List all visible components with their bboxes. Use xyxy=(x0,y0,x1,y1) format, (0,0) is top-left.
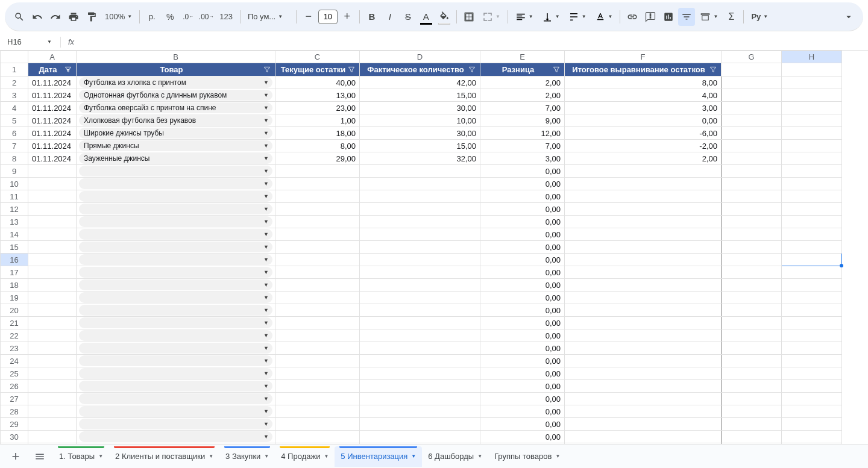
header-diff[interactable]: Разница xyxy=(480,63,565,76)
cell[interactable] xyxy=(722,329,782,342)
cell-product[interactable]: Зауженные джинсы▼ xyxy=(77,152,275,165)
cell[interactable] xyxy=(275,367,360,380)
cell[interactable] xyxy=(28,393,77,405)
cell-diff[interactable]: 0,00 xyxy=(480,329,565,342)
cell-product[interactable]: ▼ xyxy=(77,254,275,266)
cell[interactable] xyxy=(722,203,782,216)
product-dropdown[interactable]: Хлопковая футболка без рукавов▼ xyxy=(79,115,272,126)
cell-diff[interactable]: 0,00 xyxy=(480,279,565,292)
cell-final[interactable]: 0,00 xyxy=(565,114,722,127)
cell-diff[interactable]: 0,00 xyxy=(480,292,565,304)
cell[interactable] xyxy=(782,165,842,178)
cell[interactable] xyxy=(722,292,782,304)
cell[interactable] xyxy=(360,292,480,304)
cell[interactable] xyxy=(565,367,722,380)
product-dropdown[interactable]: Зауженные джинсы▼ xyxy=(79,153,272,164)
cell-diff[interactable]: 0,00 xyxy=(480,380,565,393)
cell[interactable] xyxy=(782,114,842,127)
cell[interactable] xyxy=(28,317,77,329)
cell-diff[interactable]: 0,00 xyxy=(480,355,565,367)
cell-diff[interactable]: 0,00 xyxy=(480,216,565,228)
cell[interactable] xyxy=(565,292,722,304)
cell[interactable] xyxy=(360,178,480,190)
cell[interactable] xyxy=(275,216,360,228)
cell[interactable] xyxy=(360,329,480,342)
cell-diff[interactable]: 7,00 xyxy=(480,102,565,114)
cell[interactable] xyxy=(28,329,77,342)
cell-current[interactable]: 8,00 xyxy=(275,140,360,152)
cell[interactable] xyxy=(275,342,360,355)
cell[interactable] xyxy=(722,431,782,443)
product-dropdown[interactable]: ▼ xyxy=(79,305,272,316)
row-header[interactable]: 16 xyxy=(1,254,28,266)
cell-current[interactable]: 13,00 xyxy=(275,89,360,102)
cell[interactable] xyxy=(722,140,782,152)
product-dropdown[interactable]: ▼ xyxy=(79,242,272,252)
merge-cells-dropdown[interactable]: ▼ xyxy=(479,8,504,26)
cell[interactable] xyxy=(565,266,722,279)
cell[interactable] xyxy=(360,443,480,445)
cell[interactable] xyxy=(275,203,360,216)
cell[interactable] xyxy=(275,355,360,367)
chevron-down-icon[interactable]: ▼ xyxy=(555,454,560,459)
cell[interactable] xyxy=(782,216,842,228)
cell-date[interactable]: 01.11.2024 xyxy=(28,114,77,127)
all-sheets-button[interactable] xyxy=(29,447,51,466)
sheet-tab[interactable]: 6 Дашборды▼ xyxy=(422,446,488,467)
row-header[interactable]: 13 xyxy=(1,216,28,228)
cell-product[interactable]: ▼ xyxy=(77,405,275,418)
cell-actual[interactable]: 10,00 xyxy=(360,114,480,127)
product-dropdown[interactable]: ▼ xyxy=(79,166,272,176)
sheet-tab[interactable]: 5 Инвентаризация▼ xyxy=(335,446,422,467)
cell-product[interactable]: ▼ xyxy=(77,355,275,367)
cell[interactable] xyxy=(782,329,842,342)
cell[interactable] xyxy=(782,342,842,355)
cell[interactable] xyxy=(28,228,77,241)
product-dropdown[interactable]: ▼ xyxy=(79,381,272,392)
row-header[interactable]: 6 xyxy=(1,127,28,140)
cell-product[interactable]: ▼ xyxy=(77,292,275,304)
strikethrough-icon[interactable]: S xyxy=(400,8,417,26)
cell[interactable] xyxy=(722,228,782,241)
cell-final[interactable]: 3,00 xyxy=(565,102,722,114)
cell[interactable] xyxy=(782,140,842,152)
sheet-tab[interactable]: 1. Товары▼ xyxy=(53,446,109,467)
cell[interactable] xyxy=(565,431,722,443)
cell[interactable] xyxy=(28,342,77,355)
cell[interactable] xyxy=(275,393,360,405)
cell-diff[interactable]: 0,00 xyxy=(480,203,565,216)
cell-date[interactable]: 01.11.2024 xyxy=(28,127,77,140)
cell[interactable] xyxy=(782,228,842,241)
cell[interactable] xyxy=(360,165,480,178)
cell[interactable] xyxy=(722,89,782,102)
name-box[interactable]: H16 ▼ xyxy=(2,35,57,49)
chevron-down-icon[interactable]: ▼ xyxy=(411,454,416,459)
cell-diff[interactable]: 0,00 xyxy=(480,393,565,405)
paint-format-icon[interactable] xyxy=(83,8,100,26)
cell[interactable] xyxy=(275,443,360,445)
cell[interactable] xyxy=(722,279,782,292)
cell-diff[interactable]: 12,00 xyxy=(480,127,565,140)
cell-product[interactable]: ▼ xyxy=(77,228,275,241)
cell[interactable] xyxy=(28,367,77,380)
product-dropdown[interactable]: ▼ xyxy=(79,317,272,328)
cell-actual[interactable]: 42,00 xyxy=(360,76,480,89)
row-header[interactable]: 3 xyxy=(1,89,28,102)
cell[interactable] xyxy=(722,114,782,127)
cell-actual[interactable]: 30,00 xyxy=(360,127,480,140)
cell[interactable] xyxy=(782,304,842,317)
cell-product[interactable]: ▼ xyxy=(77,279,275,292)
script-dropdown[interactable]: Py▼ xyxy=(747,8,772,26)
cell[interactable] xyxy=(722,102,782,114)
chevron-down-icon[interactable]: ▼ xyxy=(324,454,329,459)
cell[interactable] xyxy=(275,241,360,254)
cell[interactable] xyxy=(28,431,77,443)
cell-current[interactable]: 40,00 xyxy=(275,76,360,89)
cell-final[interactable]: 8,00 xyxy=(565,76,722,89)
cell-final[interactable]: -6,00 xyxy=(565,127,722,140)
cell[interactable] xyxy=(722,127,782,140)
text-wrap-dropdown[interactable]: ▼ xyxy=(565,8,590,26)
sheet-tab[interactable]: 3 Закупки▼ xyxy=(219,446,275,467)
cell-current[interactable]: 29,00 xyxy=(275,152,360,165)
print-icon[interactable] xyxy=(65,8,82,26)
